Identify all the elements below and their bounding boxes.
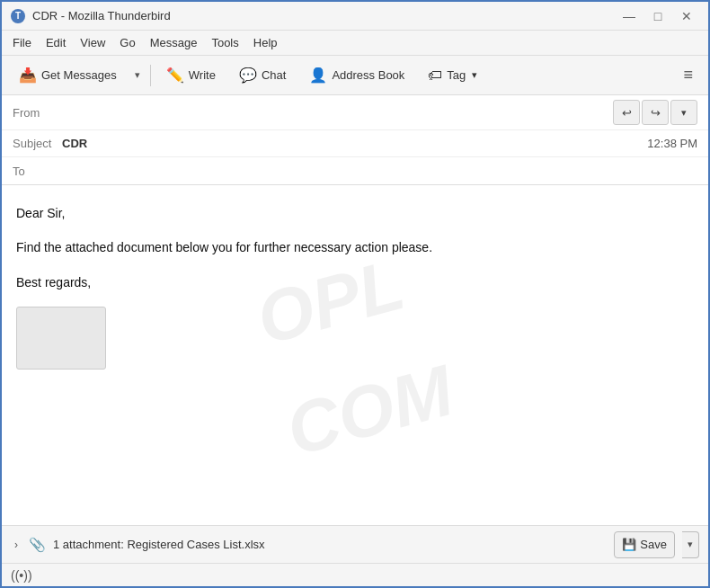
menu-message[interactable]: Message <box>143 33 205 52</box>
maximize-button[interactable]: □ <box>645 6 670 26</box>
address-book-label: Address Book <box>332 68 404 82</box>
write-label: Write <box>189 68 216 82</box>
email-closing: Best regards, <box>16 272 694 292</box>
menu-edit[interactable]: Edit <box>39 33 73 52</box>
title-bar: T CDR - Mozilla Thunderbird — □ ✕ <box>2 2 708 31</box>
tag-button[interactable]: 🏷 Tag ▾ <box>418 60 487 91</box>
reply-button[interactable]: ↩ <box>613 100 640 125</box>
write-icon: ✏️ <box>166 67 184 84</box>
email-from-row: From ↩ ↪ ▾ <box>2 95 708 130</box>
attachment-expand-button[interactable]: › <box>11 537 22 553</box>
tag-label: Tag <box>447 68 466 82</box>
email-body: OPLCOM Dear Sir, Find the attached docum… <box>2 185 708 525</box>
hamburger-menu-button[interactable]: ≡ <box>675 60 701 91</box>
toolbar-divider-1 <box>150 65 151 86</box>
email-to-row: To <box>2 157 708 184</box>
email-nav-buttons: ↩ ↪ ▾ <box>613 100 697 125</box>
forward-button[interactable]: ↪ <box>642 100 669 125</box>
status-bar: ((•)) <box>2 563 708 586</box>
tag-dropdown-icon: ▾ <box>472 69 477 81</box>
get-messages-dropdown[interactable]: ▾ <box>130 60 145 91</box>
address-book-button[interactable]: 👤 Address Book <box>299 60 414 91</box>
chat-label: Chat <box>262 68 286 82</box>
menu-go[interactable]: Go <box>112 33 142 52</box>
attachment-info-text: 1 attachment: Registered Cases List.xlsx <box>53 538 607 551</box>
toolbar: 📥 Get Messages ▾ ✏️ Write 💬 Chat 👤 Addre… <box>2 56 708 95</box>
write-button[interactable]: ✏️ Write <box>156 60 226 91</box>
attachment-thumbnail-preview <box>16 307 106 370</box>
save-attachment-button[interactable]: 💾 Save <box>614 531 675 558</box>
window-title: CDR - Mozilla Thunderbird <box>32 9 617 22</box>
app-icon: T <box>11 9 25 23</box>
email-subject-row: Subject CDR 12:38 PM <box>2 130 708 157</box>
close-button[interactable]: ✕ <box>674 6 699 26</box>
menu-view[interactable]: View <box>73 33 112 52</box>
window-controls: — □ ✕ <box>617 6 699 26</box>
menu-help[interactable]: Help <box>246 33 285 52</box>
chat-button[interactable]: 💬 Chat <box>229 60 296 91</box>
save-label: Save <box>640 538 667 551</box>
to-label: To <box>13 165 62 178</box>
chat-icon: 💬 <box>239 67 257 84</box>
save-dropdown-button[interactable]: ▾ <box>682 531 699 558</box>
watermark: OPLCOM <box>244 222 466 488</box>
attachment-bar: › 📎 1 attachment: Registered Cases List.… <box>2 525 708 563</box>
email-greeting: Dear Sir, <box>16 203 694 223</box>
expand-icon: › <box>14 539 18 551</box>
address-book-icon: 👤 <box>309 67 327 84</box>
connection-status-icon: ((•)) <box>11 568 32 583</box>
subject-value: CDR <box>62 137 647 150</box>
subject-label: Subject <box>13 137 62 150</box>
save-icon: 💾 <box>622 538 636 551</box>
attachment-clip-icon: 📎 <box>29 537 46 553</box>
email-time: 12:38 PM <box>647 137 697 150</box>
email-header: From ↩ ↪ ▾ Subject CDR 12:38 PM To <box>2 95 708 185</box>
get-messages-icon: 📥 <box>19 67 37 84</box>
tag-icon: 🏷 <box>428 67 442 84</box>
menu-bar: File Edit View Go Message Tools Help <box>2 31 708 56</box>
get-messages-button[interactable]: 📥 Get Messages <box>9 60 127 91</box>
from-label: From <box>13 106 62 120</box>
more-actions-button[interactable]: ▾ <box>670 100 697 125</box>
menu-tools[interactable]: Tools <box>204 33 245 52</box>
minimize-button[interactable]: — <box>617 6 642 26</box>
email-body-line: Find the attached document below you for… <box>16 237 694 257</box>
get-messages-label: Get Messages <box>41 68 117 82</box>
menu-file[interactable]: File <box>5 33 39 52</box>
